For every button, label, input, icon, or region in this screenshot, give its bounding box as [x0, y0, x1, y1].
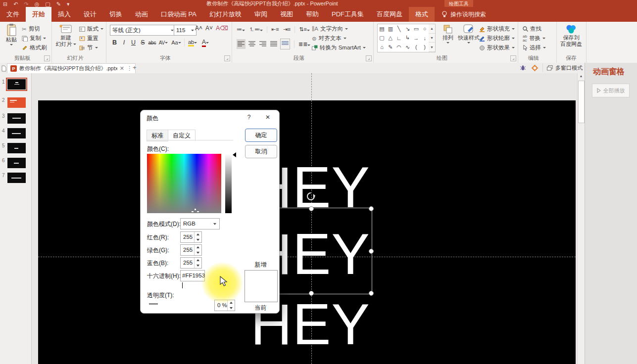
line-spacing-button[interactable]: ⇅≡: [299, 26, 310, 33]
clear-formatting-button[interactable]: A⌫: [216, 25, 228, 32]
shape-gallery-scrollbar[interactable]: ▲ ▼ ▼: [429, 24, 436, 52]
cancel-button[interactable]: 取消: [245, 145, 277, 158]
tab-design[interactable]: 设计: [77, 7, 103, 22]
save-icon[interactable]: ⊟: [3, 0, 7, 7]
start-presentation-icon[interactable]: ◎: [35, 0, 40, 7]
pen-icon[interactable]: ✎: [56, 0, 61, 7]
paste-button[interactable]: 粘贴: [2, 24, 21, 52]
vertical-scrollbar[interactable]: ▲: [577, 73, 585, 364]
ok-button[interactable]: 确定: [245, 129, 277, 142]
shrink-font-button[interactable]: A˅: [205, 25, 213, 32]
gallery-down-icon[interactable]: ▼: [429, 34, 435, 43]
document-icon[interactable]: [1, 65, 6, 74]
slide-thumbnail-6[interactable]: [7, 158, 26, 168]
tab-home[interactable]: 开始: [26, 7, 51, 22]
clipboard-dialog-launcher[interactable]: ⌟: [44, 55, 50, 61]
drawing-dialog-launcher[interactable]: ⌟: [510, 55, 516, 61]
resize-handle-s[interactable]: [309, 291, 314, 296]
slide-thumbnail-1[interactable]: [7, 79, 26, 90]
shape-cell[interactable]: ▥: [386, 24, 394, 33]
tab-format[interactable]: 格式: [409, 7, 435, 22]
numbering-button[interactable]: ⒈≕: [249, 26, 263, 33]
shape-cell[interactable]: ⌂: [378, 43, 386, 51]
underline-button[interactable]: U: [129, 38, 138, 47]
tab-menu-icon[interactable]: ⋮: [127, 65, 132, 72]
font-color-button[interactable]: A: [199, 38, 212, 47]
font-dialog-launcher[interactable]: ⌟: [224, 55, 230, 61]
close-tab-icon[interactable]: ✕: [120, 65, 124, 72]
color-mode-dropdown[interactable]: RGB: [180, 218, 220, 229]
shape-cell[interactable]: ✎: [386, 43, 394, 51]
undo-icon[interactable]: ↶: [13, 0, 18, 7]
align-text-button[interactable]: ⊜对齐文本: [312, 34, 366, 43]
reset-button[interactable]: 重置: [79, 34, 103, 43]
green-up-icon[interactable]: [195, 245, 201, 250]
shape-cell[interactable]: ↘: [403, 24, 412, 33]
shape-cell[interactable]: ╲: [395, 24, 403, 33]
resize-handle-se[interactable]: [369, 291, 374, 296]
select-button[interactable]: 选择: [523, 43, 546, 52]
shape-cell[interactable]: ): [421, 43, 429, 51]
tab-slideshow[interactable]: 幻灯片放映: [203, 7, 248, 22]
resize-handle-e[interactable]: [369, 249, 374, 254]
tab-transitions[interactable]: 切换: [103, 7, 129, 22]
copy-button[interactable]: 复制: [22, 34, 47, 43]
slide-thumbnail-3[interactable]: [7, 113, 26, 124]
character-spacing-button[interactable]: AV: [157, 38, 170, 47]
bullets-button[interactable]: ≔: [237, 26, 245, 33]
shape-cell[interactable]: ◠: [395, 43, 403, 51]
shape-cell[interactable]: ∿: [403, 43, 412, 51]
blue-up-icon[interactable]: [195, 258, 201, 263]
shape-cell[interactable]: →: [412, 34, 420, 43]
shape-cell[interactable]: ▢: [378, 34, 386, 43]
multi-window-mode-button[interactable]: 多窗口模式: [542, 63, 587, 72]
shape-effects-button[interactable]: 形状效果: [479, 43, 515, 52]
increase-indent-button[interactable]: ⇥≡: [283, 26, 291, 33]
play-all-button[interactable]: 全部播放: [592, 84, 630, 97]
tell-me-search[interactable]: 操作说明搜索: [441, 7, 486, 22]
document-tab[interactable]: P 教你制作《高端快闪PPT自我介绍》.pptx ✕ ⋮: [7, 63, 136, 74]
slideshow-icon[interactable]: ▢: [45, 0, 50, 7]
tab-insert[interactable]: 插入: [51, 7, 77, 22]
bold-button[interactable]: B: [110, 38, 119, 47]
settings-gear-icon[interactable]: [532, 64, 538, 73]
shape-cell[interactable]: ▭: [412, 24, 420, 33]
shape-cell[interactable]: ∟: [395, 34, 403, 43]
shape-cell[interactable]: △: [386, 34, 394, 43]
shape-cell[interactable]: ▤: [378, 24, 386, 33]
gallery-more-icon[interactable]: ▼: [429, 43, 435, 52]
arrange-button[interactable]: 排列: [439, 24, 457, 52]
columns-button[interactable]: ≣≣: [298, 41, 310, 47]
justify-button[interactable]: [269, 39, 278, 49]
tab-baidu-pan[interactable]: 百度网盘: [370, 7, 409, 22]
decrease-indent-button[interactable]: ⇤≡: [271, 26, 279, 33]
shape-fill-button[interactable]: 形状填充: [479, 24, 515, 34]
text-direction-button[interactable]: ⫼A文字方向: [312, 24, 366, 34]
highlight-color-button[interactable]: ab: [186, 38, 199, 47]
color-spectrum-picker[interactable]: [147, 154, 221, 213]
shape-gallery[interactable]: ▤ ▥ ╲ ↘ ▭ ○ ▢ △ ∟ ↳ → ↓ ⌂ ✎ ◠ ∿ ( ): [377, 24, 430, 52]
shape-outline-button[interactable]: 形状轮廓: [479, 34, 515, 43]
gallery-up-icon[interactable]: ▲: [429, 24, 435, 34]
qat-dropdown-icon[interactable]: ▾: [67, 0, 70, 7]
tab-view[interactable]: 视图: [274, 7, 299, 22]
layout-button[interactable]: 版式: [79, 24, 103, 34]
close-dialog-button[interactable]: ✕: [260, 112, 275, 123]
section-button[interactable]: 节: [79, 43, 103, 52]
format-painter-button[interactable]: 格式刷: [22, 43, 47, 52]
font-size-combo[interactable]: 115: [174, 25, 196, 36]
tab-pocket-animation[interactable]: 口袋动画 PA: [154, 7, 203, 22]
resize-handle-ne[interactable]: [369, 206, 374, 211]
slide-thumbnail-7[interactable]: [7, 173, 26, 183]
transparency-slider[interactable]: [149, 303, 158, 305]
shape-cell[interactable]: ↳: [403, 34, 412, 43]
tab-pdf-tools[interactable]: PDF工具集: [325, 7, 370, 22]
distribute-button[interactable]: [280, 39, 290, 49]
tab-review[interactable]: 审阅: [248, 7, 274, 22]
luminance-slider-arrow[interactable]: [233, 152, 236, 157]
find-button[interactable]: 查找: [523, 24, 546, 34]
plugin-bug-icon[interactable]: [520, 64, 526, 73]
font-name-combo[interactable]: 等线 (正文): [110, 25, 176, 36]
tab-file[interactable]: 文件: [0, 7, 26, 22]
shape-cell[interactable]: ○: [421, 24, 429, 33]
